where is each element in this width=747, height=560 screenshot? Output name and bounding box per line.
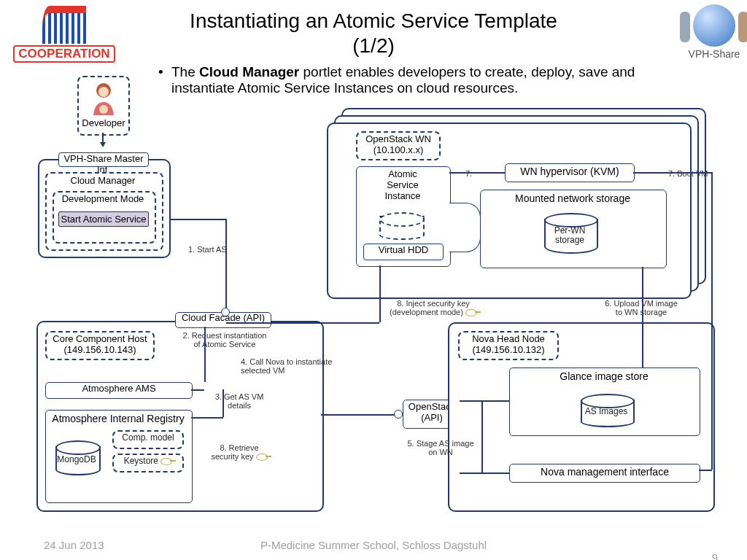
line-to-openstack: [321, 414, 395, 416]
footer-pagenum: 9: [712, 551, 718, 560]
step6-label: 6. Upload VM imageto WN storage: [601, 299, 681, 316]
line-api-v: [481, 400, 483, 472]
line-inject-v: [379, 265, 381, 322]
line-ams-reg-h: [191, 417, 223, 419]
core-host-label: Core Component Host(149.156.10.143): [45, 331, 155, 360]
line-startas-v: [225, 219, 227, 315]
svg-point-2: [99, 105, 108, 114]
cloud-manager-label: Cloud Manager: [45, 176, 160, 187]
wn-hypervisor-box: WN hypervisor (KVM): [505, 163, 635, 182]
line-startas-h: [169, 219, 226, 220]
openstack-wn-label: OpenStack WN(10.100.x.x): [356, 131, 441, 160]
vph-share-logo: VPH-Share: [686, 4, 743, 60]
footer-date: 24 Jun 2013: [44, 539, 104, 551]
arrow-developer: [102, 133, 104, 146]
as-images-label: AS Images: [581, 407, 632, 416]
line-ams-reg-v: [222, 389, 224, 417]
key-icon-3: [465, 309, 477, 316]
start-atomic-service-button[interactable]: Start Atomic Service: [58, 211, 149, 227]
bullet-text: The Cloud Manager portlet enables develo…: [171, 64, 682, 96]
key-icon: [160, 458, 172, 465]
line-asi-hyper: [449, 172, 505, 174]
line-api-nova: [460, 472, 509, 474]
atmosphere-registry-label: Atmosphere Internal Registry: [45, 413, 191, 424]
port-openstack: [394, 410, 403, 419]
line-bootvm-b: [699, 470, 712, 471]
footer-venue: P-Medicine Summer School, Schloss Dagstu…: [0, 539, 747, 551]
line-inject-h: [226, 322, 379, 324]
developer-box: Developer: [77, 76, 130, 136]
svg-point-1: [98, 87, 109, 97]
line-bootvm-v: [711, 172, 713, 470]
comp-model-box: Comp. model: [112, 430, 184, 449]
cooperation-logo: COOPERATION: [13, 6, 115, 60]
line-bootvm-h: [633, 172, 712, 174]
dev-mode-label: Development Mode: [53, 194, 153, 205]
step4-label: 4. Call Nova to instantiateselected VM: [241, 357, 343, 375]
key-icon-2: [256, 454, 268, 461]
port-cloud-facade: [221, 308, 230, 316]
glance-label: Glance image store: [509, 370, 699, 382]
line-facade-ams-h: [191, 389, 204, 391]
atmosphere-ams-box: Atmosphere AMS: [45, 382, 193, 399]
step3-label: 3. Get AS VMdetails: [210, 392, 268, 410]
step8b-label: 8. Inject security key(development mode): [390, 299, 477, 316]
line-api-glance: [460, 400, 509, 402]
keystore-box: Keystore: [112, 454, 184, 472]
step1-label: 1. Start AS: [188, 245, 227, 254]
step7-label: 7.: [465, 169, 472, 178]
master-int-title: VPH-Share Master Int.: [58, 152, 149, 167]
line-upload: [642, 267, 643, 368]
mongodb-label: MongoDB: [55, 455, 98, 464]
nova-mgmt-box: Nova management interface: [509, 464, 700, 483]
step8a-label: 8. Retrievesecurity key: [210, 443, 268, 461]
step5-label: 5. Stage AS imageon WN: [404, 439, 477, 456]
mounted-storage-label: Mounted network storage: [480, 192, 665, 204]
slide-footer: 24 Jun 2013 P-Medicine Summer School, Sc…: [0, 539, 747, 551]
nova-head-label: Nova Head Node(149.156.10.132): [458, 331, 559, 360]
step7boot-label: 7. Boot VM: [668, 169, 708, 178]
step2-label: 2. Request instantiationof Atomic Servic…: [174, 331, 276, 349]
virtual-hdd-cylinder: [379, 216, 425, 240]
developer-icon: [79, 80, 128, 115]
virtual-hdd-box: Virtual HDD: [363, 244, 444, 260]
line-facade-ams: [204, 327, 206, 382]
asi-label: AtomicServiceInstance: [356, 169, 449, 202]
connector-curve: [449, 203, 481, 252]
perwn-label: Per-WNstorage: [544, 226, 595, 245]
